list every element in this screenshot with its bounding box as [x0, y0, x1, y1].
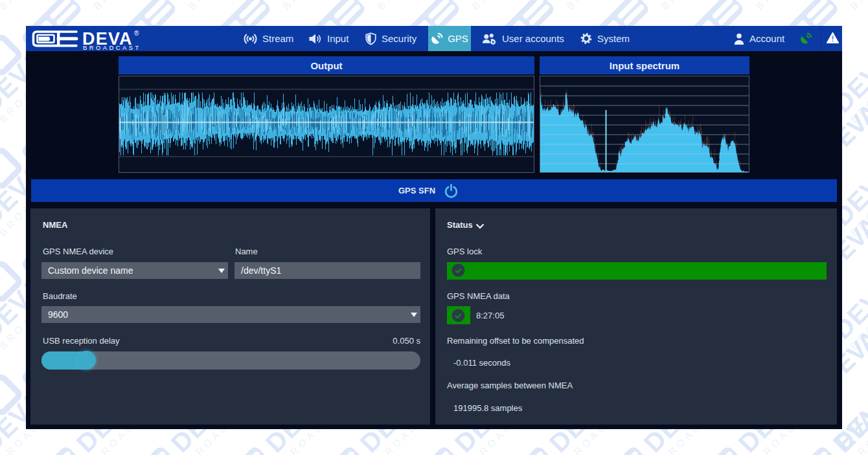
svg-text:BROADCAST: BROADCAST	[83, 44, 141, 51]
svg-text:®: ®	[134, 30, 139, 37]
